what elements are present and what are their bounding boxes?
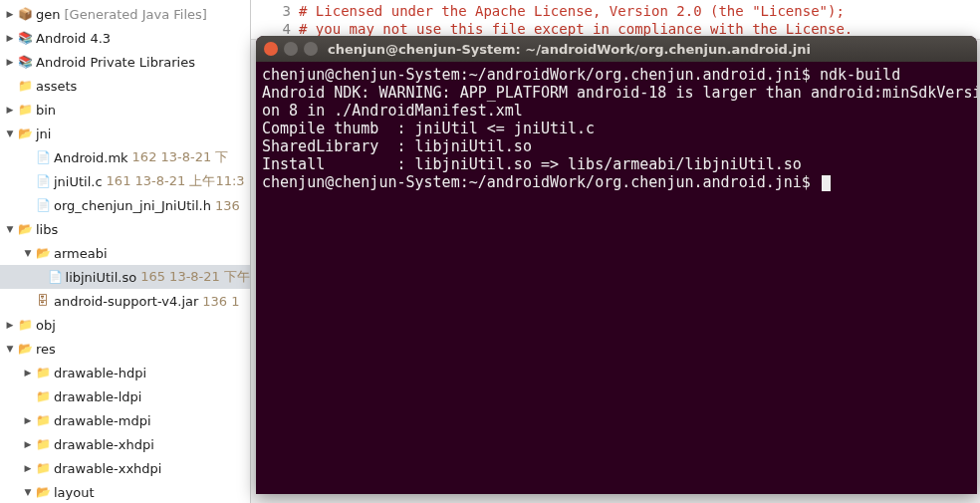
arrow-spacer: [22, 390, 34, 402]
editor-area[interactable]: 3# Licensed under the Apache License, Ve…: [251, 0, 980, 40]
folder-icon: 📁: [17, 317, 33, 333]
tree-item-gen[interactable]: 📦gen [Generated Java Files]: [0, 2, 250, 26]
jar-icon: 🗄: [35, 293, 51, 309]
tree-item-label: org_chenjun_jni_JniUtil.h: [54, 198, 211, 213]
tree-item-meta: 162 13-8-21 下: [132, 148, 229, 166]
editor-text: # you may not use this file except in co…: [299, 21, 853, 37]
tree-item-drawable-xhdpi[interactable]: 📁drawable-xhdpi: [0, 432, 250, 456]
c-icon: 📄: [35, 173, 51, 189]
file-icon: 📄: [48, 269, 63, 285]
tree-item-label: android-support-v4.jar: [54, 294, 198, 309]
arrow-spacer: [40, 271, 47, 283]
window-minimize-icon[interactable]: [284, 42, 298, 56]
terminal-body[interactable]: chenjun@chenjun-System:~/androidWork/org…: [256, 62, 977, 195]
tree-item-drawable-hdpi[interactable]: 📁drawable-hdpi: [0, 361, 250, 384]
tree-item-drawable-xxhdpi[interactable]: 📁drawable-xxhdpi: [0, 456, 250, 480]
tree-item-label: drawable-ldpi: [54, 389, 141, 404]
tree-item-drawable-mdpi[interactable]: 📁drawable-mdpi: [0, 408, 250, 432]
tree-item-android-support-v4-jar[interactable]: 🗄android-support-v4.jar136 1: [0, 289, 250, 313]
editor-line[interactable]: 3# Licensed under the Apache License, Ve…: [251, 2, 980, 20]
tree-item-jni[interactable]: 📂jni: [0, 122, 250, 145]
tree-item-label: Android Private Libraries: [36, 55, 195, 70]
tree-item-android-4-3[interactable]: 📚Android 4.3: [0, 26, 250, 50]
tree-item-drawable-ldpi[interactable]: 📁drawable-ldpi: [0, 384, 250, 408]
expand-arrow-icon[interactable]: [4, 32, 16, 44]
expand-arrow-icon[interactable]: [4, 343, 16, 355]
arrow-spacer: [4, 80, 16, 92]
tree-item-label: drawable-hdpi: [54, 366, 146, 380]
tree-item-android-private-libraries[interactable]: 📚Android Private Libraries: [0, 50, 250, 74]
terminal-title: chenjun@chenjun-System: ~/androidWork/or…: [328, 42, 811, 57]
editor-text: # Licensed under the Apache License, Ver…: [299, 3, 845, 19]
tree-item-label: gen: [36, 7, 61, 22]
tree-item-libjniutil-so[interactable]: 📄libjniUtil.so165 13-8-21 下午: [0, 265, 250, 289]
tree-item-bin[interactable]: 📁bin: [0, 98, 250, 122]
project-explorer[interactable]: 📦gen [Generated Java Files]📚Android 4.3📚…: [0, 0, 251, 503]
folder-icon: 📁: [35, 412, 51, 428]
arrow-spacer: [22, 295, 34, 307]
folder-icon: 📁: [17, 78, 33, 94]
tree-item-label: assets: [36, 79, 77, 94]
tree-item-layout[interactable]: 📂layout: [0, 480, 250, 503]
folder-open-icon: 📂: [17, 221, 33, 237]
tree-item-meta: 136 1: [202, 294, 239, 309]
expand-arrow-icon[interactable]: [4, 104, 16, 116]
tree-item-label: armeabi: [54, 246, 108, 261]
tree-item-label: layout: [54, 485, 95, 500]
tree-item-label: bin: [36, 103, 56, 118]
tree-item-libs[interactable]: 📂libs: [0, 217, 250, 241]
tree-item-label: drawable-mdpi: [54, 413, 151, 428]
lib-icon: 📚: [17, 54, 33, 70]
terminal-window[interactable]: chenjun@chenjun-System: ~/androidWork/or…: [256, 36, 977, 494]
folder-open-icon: 📂: [35, 245, 51, 261]
expand-arrow-icon[interactable]: [22, 247, 34, 259]
terminal-cursor: [822, 175, 831, 191]
tree-item-label: Android 4.3: [36, 31, 111, 46]
expand-arrow-icon[interactable]: [22, 438, 34, 450]
tree-item-label: drawable-xhdpi: [54, 437, 154, 452]
expand-arrow-icon[interactable]: [22, 462, 34, 474]
expand-arrow-icon[interactable]: [4, 8, 16, 20]
tree-item-label: obj: [36, 318, 56, 333]
folder-open-icon: 📂: [17, 341, 33, 357]
arrow-spacer: [22, 175, 34, 187]
pkg-icon: 📦: [17, 6, 33, 22]
folder-open-icon: 📂: [17, 126, 33, 141]
expand-arrow-icon[interactable]: [4, 223, 16, 235]
line-number: 4: [251, 21, 299, 37]
folder-icon: 📁: [35, 365, 51, 380]
tree-item-meta: 161 13-8-21 上午11:3: [107, 172, 245, 190]
tree-item-assets[interactable]: 📁assets: [0, 74, 250, 98]
tree-item-label: drawable-xxhdpi: [54, 461, 161, 476]
lib-icon: 📚: [17, 30, 33, 46]
folder-open-icon: 📂: [35, 484, 51, 500]
line-number: 3: [251, 3, 299, 19]
arrow-spacer: [22, 151, 34, 163]
tree-item-meta: 165 13-8-21 下午: [140, 268, 250, 286]
expand-arrow-icon[interactable]: [4, 56, 16, 68]
terminal-titlebar[interactable]: chenjun@chenjun-System: ~/androidWork/or…: [256, 36, 977, 62]
folder-icon: 📁: [17, 102, 33, 118]
tree-item-label: res: [36, 342, 56, 357]
tree-item-obj[interactable]: 📁obj: [0, 313, 250, 337]
window-maximize-icon[interactable]: [304, 42, 318, 56]
expand-arrow-icon[interactable]: [22, 414, 34, 426]
tree-item-label: Android.mk: [54, 150, 128, 165]
tree-item-label: libjniUtil.so: [66, 270, 137, 285]
mk-icon: 📄: [35, 149, 51, 165]
folder-icon: 📁: [35, 388, 51, 404]
tree-item-android-mk[interactable]: 📄Android.mk162 13-8-21 下: [0, 145, 250, 169]
expand-arrow-icon[interactable]: [22, 367, 34, 378]
tree-item-label: jni: [36, 126, 51, 141]
expand-arrow-icon[interactable]: [22, 486, 34, 498]
tree-item-jniutil-c[interactable]: 📄jniUtil.c161 13-8-21 上午11:3: [0, 169, 250, 193]
arrow-spacer: [22, 199, 34, 211]
tree-item-label: libs: [36, 222, 58, 237]
expand-arrow-icon[interactable]: [4, 319, 16, 331]
window-close-icon[interactable]: [264, 42, 278, 56]
tree-item-org-chenjun-jni-jniutil-h[interactable]: 📄org_chenjun_jni_JniUtil.h136: [0, 193, 250, 217]
tree-item-label: jniUtil.c: [54, 174, 103, 189]
tree-item-armeabi[interactable]: 📂armeabi: [0, 241, 250, 265]
expand-arrow-icon[interactable]: [4, 127, 16, 139]
tree-item-res[interactable]: 📂res: [0, 337, 250, 361]
